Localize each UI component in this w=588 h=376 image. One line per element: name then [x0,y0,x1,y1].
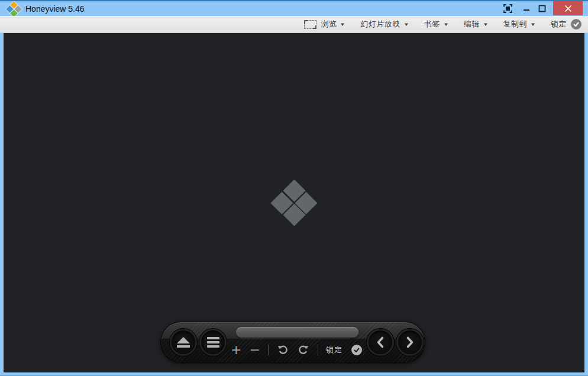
chevron-down-icon: ▼ [530,22,536,27]
menu-bookmark[interactable]: 书签 ▼ [424,19,448,30]
hamburger-menu-icon [207,337,219,348]
toolbar-lock-label: 锁定 [551,19,567,30]
toolbar-lock-toggle[interactable]: 锁定 [551,19,581,30]
chevron-right-icon [403,335,416,349]
honeyview-window: Honeyview 5.46 [0,0,588,376]
maximize-button[interactable] [534,1,550,15]
fit-frame-icon [304,20,316,29]
rotate-right-button[interactable] [297,343,310,356]
menu-edit[interactable]: 编辑 ▼ [464,19,488,30]
zoom-in-button[interactable]: + [231,343,241,356]
chevron-down-icon: ▼ [443,22,449,27]
rotate-right-icon [297,343,310,356]
minimize-icon [523,5,530,12]
bottom-control-bar: + − 锁定 [161,322,425,362]
chevron-left-icon [374,335,387,349]
menu-copy-to[interactable]: 复制到 ▼ [503,19,535,30]
image-viewport[interactable]: + − 锁定 [4,33,584,372]
open-file-button[interactable] [170,329,197,356]
close-button[interactable] [553,1,583,15]
chevron-down-icon: ▼ [403,22,409,27]
chevron-down-icon: ▼ [483,22,489,27]
chevron-down-icon: ▼ [340,22,345,27]
menu-browse[interactable]: 浏览 ▼ [304,19,345,30]
main-toolbar: 浏览 ▼ 幻灯片放映 ▼ 书签 ▼ 编辑 ▼ 复制到 ▼ 锁定 [0,16,588,33]
menu-browse-label: 浏览 [321,19,337,30]
close-icon [564,5,572,12]
main-menu-button[interactable] [199,329,227,356]
fullscreen-button[interactable] [500,1,515,15]
maximize-icon [538,5,546,12]
window-titlebar[interactable]: Honeyview 5.46 [0,0,588,16]
next-image-button[interactable] [396,329,424,356]
bar-lock-toggle[interactable]: 锁定 [326,345,362,355]
menu-slideshow-label: 幻灯片放映 [360,19,400,30]
previous-image-button[interactable] [367,329,394,356]
seek-slider[interactable] [236,327,358,338]
menu-slideshow[interactable]: 幻灯片放映 ▼ [360,19,408,30]
rotate-left-button[interactable] [276,343,289,356]
honeyview-logo-icon [7,2,21,16]
rotate-left-icon [276,343,289,356]
bar-lock-label: 锁定 [326,345,343,355]
zoom-out-button[interactable]: − [249,343,260,356]
menu-bookmark-label: 书签 [424,19,440,30]
divider [268,345,269,355]
lock-check-icon [571,19,581,30]
window-title: Honeyview 5.46 [25,3,85,15]
honeyview-watermark-logo-icon [271,180,317,226]
lock-check-icon [351,345,362,355]
fullscreen-icon [503,4,512,13]
eject-icon [176,337,190,348]
minimize-button[interactable] [519,1,534,15]
window-controls [500,1,583,15]
divider [318,345,318,355]
menu-edit-label: 编辑 [464,19,480,30]
menu-copy-to-label: 复制到 [503,19,528,30]
zoom-rotate-row: + − 锁定 [231,342,364,358]
